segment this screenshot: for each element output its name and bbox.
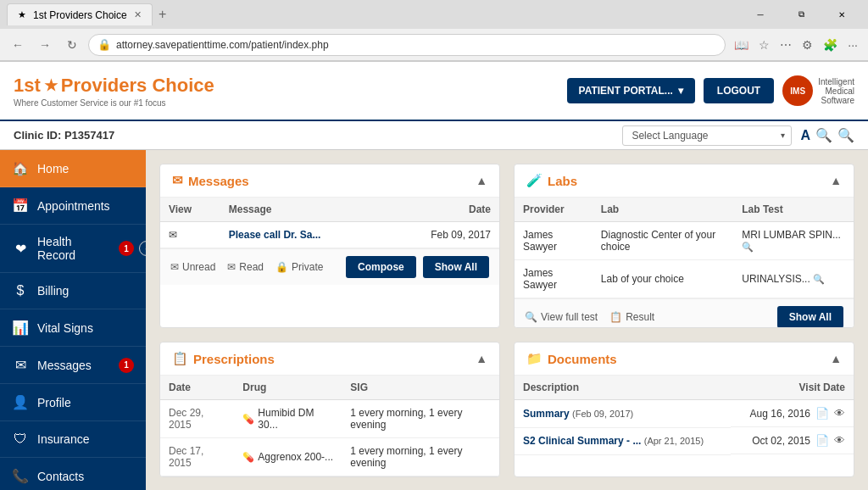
message-link[interactable]: Please call Dr. Sa...	[220, 222, 384, 248]
forward-button[interactable]: →	[34, 34, 56, 56]
back-button[interactable]: ←	[7, 34, 29, 56]
result-link[interactable]: 📋 Result	[609, 311, 654, 323]
sidebar-item-home[interactable]: 🏠 Home	[0, 150, 146, 187]
private-filter[interactable]: 🔒 Private	[275, 261, 323, 273]
tools-button[interactable]: ⚙	[798, 35, 816, 55]
rx-col-sig: SIG	[342, 376, 499, 400]
accessibility-search-button-2[interactable]: 🔍	[837, 127, 854, 143]
chart-icon: 📊	[12, 320, 29, 336]
lock-icon-small: 🔒	[275, 261, 288, 273]
sidebar-label-health-record: Health Record	[37, 235, 110, 262]
language-select[interactable]: Select Language	[622, 125, 792, 146]
bookmarks-button[interactable]: 📖	[731, 35, 752, 55]
logout-button[interactable]: LOGOUT	[704, 78, 774, 103]
lab-provider-1: James Sawyer	[515, 222, 593, 260]
app: 1st ★ Providers Choice Where Customer Se…	[0, 62, 868, 490]
search-icon-labs: 🔍	[525, 311, 537, 323]
folder-icon: 📁	[526, 351, 542, 366]
documents-table: Description Visit Date Summary (Feb 09, …	[515, 376, 854, 455]
lab-search-icon-2[interactable]: 🔍	[813, 274, 825, 284]
labs-col-lab: Lab	[593, 198, 733, 222]
read-filter[interactable]: ✉ Read	[227, 261, 264, 273]
flask-icon: 🧪	[526, 173, 542, 188]
tab-favicon: ★	[18, 9, 26, 20]
doc-download-btn-2[interactable]: 📄	[815, 434, 829, 447]
patient-portal-button[interactable]: PATIENT PORTAL... ▾	[567, 78, 695, 103]
rx-drug-2: 💊 Aggrenox 200-...	[234, 438, 342, 476]
browser-actions: 📖 ☆ ⋯ ⚙ 🧩 ···	[731, 35, 861, 55]
clipboard-icon: 📋	[172, 351, 188, 366]
messages-col-date: Date	[384, 198, 499, 222]
restore-button[interactable]: ⧉	[782, 1, 821, 28]
lab-search-icon-1[interactable]: 🔍	[742, 242, 754, 252]
more-button[interactable]: ···	[844, 35, 861, 55]
doc-visit-date-1: Aug 16, 2016 📄 👁	[731, 400, 854, 427]
doc-view-btn-2[interactable]: 👁	[834, 434, 845, 447]
pill-icon-1: 💊	[242, 414, 254, 425]
sidebar-item-vital-signs[interactable]: 📊 Vital Signs	[0, 309, 146, 347]
sidebar-item-messages[interactable]: ✉ Messages 1	[0, 347, 146, 384]
reload-button[interactable]: ↻	[61, 34, 83, 56]
unread-filter[interactable]: ✉ Unread	[170, 261, 215, 273]
heart-icon: ❤	[12, 241, 29, 257]
favorites-button[interactable]: ☆	[755, 35, 773, 55]
sidebar-item-appointments[interactable]: 📅 Appointments	[0, 187, 146, 225]
health-record-badge: 1	[119, 241, 134, 256]
envelope-icon-small: ✉	[170, 261, 179, 273]
sidebar-label-home: Home	[37, 162, 134, 175]
documents-card-header: 📁 Documents ▲	[515, 342, 854, 376]
lab-test-2: URINALYSIS... 🔍	[733, 260, 854, 298]
new-tab-button[interactable]: +	[153, 4, 173, 25]
sidebar-item-health-record[interactable]: ❤ Health Record 1 ‹	[0, 225, 146, 273]
chevron-down-icon: ▾	[678, 85, 683, 97]
lab-test-1: MRI LUMBAR SPIN... 🔍	[733, 222, 854, 260]
sidebar-item-insurance[interactable]: 🛡 Insurance	[0, 421, 146, 458]
header-right: PATIENT PORTAL... ▾ LOGOUT IMS Intellige…	[567, 75, 854, 106]
extensions-button[interactable]: 🧩	[820, 35, 841, 55]
prescriptions-collapse-button[interactable]: ▲	[476, 352, 487, 365]
labs-card-footer: 🔍 View full test 📋 Result Show All	[515, 298, 854, 328]
table-row: Summary (Feb 09, 2017) Aug 16, 2016 📄 👁	[515, 400, 854, 428]
sidebar-label-messages: Messages	[37, 359, 110, 372]
sidebar-item-profile[interactable]: 👤 Profile	[0, 384, 146, 421]
sidebar-label-contacts: Contacts	[37, 470, 134, 483]
view-full-test-link[interactable]: 🔍 View full test	[525, 311, 598, 323]
rx-date-1: Dec 29, 2015	[160, 400, 234, 438]
sidebar-collapse-icon[interactable]: ‹	[139, 241, 146, 256]
rx-drug-1: 💊 Humibid DM 30...	[234, 400, 342, 438]
active-tab[interactable]: ★ 1st Providers Choice ✕	[7, 3, 153, 25]
prescriptions-card: 📋 Prescriptions ▲ Date Drug SIG	[159, 342, 500, 477]
tab-close-btn[interactable]: ✕	[134, 9, 142, 20]
messages-footer-actions: Compose Show All	[346, 256, 489, 278]
prescriptions-table: Date Drug SIG Dec 29, 2015 💊	[160, 376, 499, 476]
logo-text-1st: 1st	[14, 75, 41, 97]
ims-icon: IMS	[782, 75, 813, 106]
close-button[interactable]: ✕	[822, 1, 861, 28]
shield-icon: 🛡	[12, 432, 29, 447]
envelope-icon: ✉	[172, 173, 183, 188]
envelope-icon: ✉	[12, 357, 29, 373]
labs-collapse-button[interactable]: ▲	[830, 174, 842, 187]
doc-view-btn-1[interactable]: 👁	[834, 407, 845, 420]
sidebar-item-billing[interactable]: $ Billing	[0, 273, 146, 309]
labs-show-all-button[interactable]: Show All	[777, 306, 843, 328]
documents-collapse-button[interactable]: ▲	[830, 352, 842, 365]
messages-table: View Message Date ✉ Please call Dr. Sa..…	[160, 198, 499, 248]
doc-col-visit-date: Visit Date	[731, 376, 854, 400]
messages-collapse-button[interactable]: ▲	[476, 174, 487, 187]
menu-button[interactable]: ⋯	[776, 35, 795, 55]
documents-header-row: Description Visit Date	[515, 376, 854, 400]
doc-download-btn-1[interactable]: 📄	[815, 407, 829, 420]
accessibility-search-button-1[interactable]: 🔍	[815, 127, 832, 143]
messages-table-header-row: View Message Date	[160, 198, 499, 222]
rx-col-date: Date	[160, 376, 234, 400]
lab-name-2: Lab of your choice	[593, 260, 733, 298]
accessibility-a-button[interactable]: A	[800, 128, 810, 143]
messages-show-all-button[interactable]: Show All	[423, 256, 489, 278]
compose-button[interactable]: Compose	[346, 256, 416, 278]
minimize-button[interactable]: ─	[741, 1, 780, 28]
sidebar-item-contacts[interactable]: 📞 Contacts	[0, 458, 146, 490]
address-bar[interactable]: 🔒 attorney.savepatienttime.com/patient/i…	[88, 34, 726, 56]
tab-title: 1st Providers Choice	[33, 9, 127, 21]
table-row: S2 Clinical Summary - ... (Apr 21, 2015)…	[515, 427, 854, 454]
